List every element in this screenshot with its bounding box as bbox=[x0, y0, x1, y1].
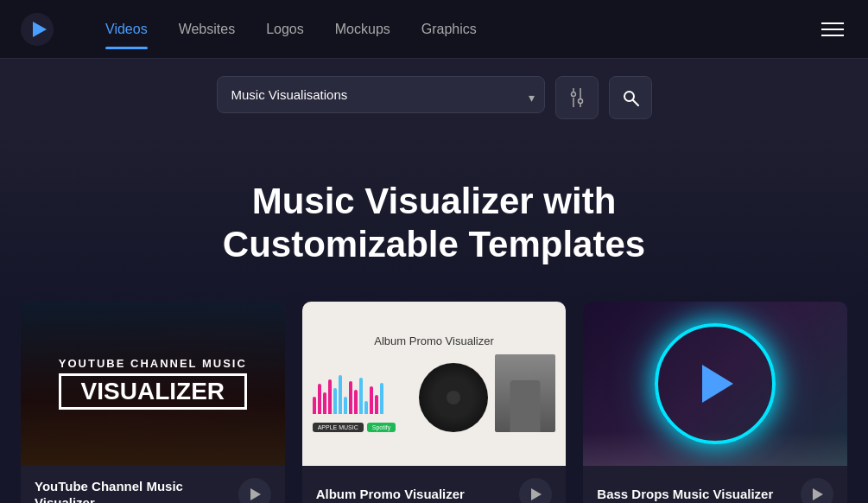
cards-grid: YouTube Channel Music VISUALIZER YouTube… bbox=[21, 302, 847, 503]
nav-item-videos[interactable]: Videos bbox=[105, 15, 148, 44]
card-3-thumbnail bbox=[583, 302, 847, 466]
category-select[interactable]: Music Visualisations bbox=[217, 76, 545, 113]
card-3-bottom: Bass Drops Music Visualizer bbox=[583, 466, 847, 503]
play-icon bbox=[531, 488, 542, 500]
card-1-title: YouTube Channel Music Visualizer bbox=[35, 478, 238, 503]
card-2-play-button[interactable] bbox=[519, 478, 552, 503]
streaming-badges: APPLE MUSIC Spotify bbox=[313, 423, 413, 432]
main-nav: Videos Websites Logos Mockups Graphics bbox=[105, 15, 818, 44]
waveform bbox=[313, 371, 413, 414]
svg-point-2 bbox=[571, 92, 575, 97]
apple-music-badge: APPLE MUSIC bbox=[313, 423, 364, 432]
album-cover bbox=[419, 363, 488, 432]
hero-title: Music Visualizer with Customizable Templ… bbox=[132, 180, 737, 267]
card-3-title: Bass Drops Music Visualizer bbox=[597, 486, 773, 503]
card-1-thumbnail: YouTube Channel Music VISUALIZER bbox=[21, 302, 285, 466]
nav-item-logos[interactable]: Logos bbox=[266, 15, 304, 44]
bass-play-icon bbox=[702, 365, 733, 403]
hamburger-menu[interactable] bbox=[818, 19, 847, 40]
svg-point-3 bbox=[578, 99, 582, 104]
svg-line-9 bbox=[633, 100, 638, 105]
filter-button[interactable] bbox=[555, 76, 599, 119]
album-person bbox=[495, 354, 555, 432]
album-visual: APPLE MUSIC Spotify bbox=[313, 354, 556, 432]
card-1-main-label: VISUALIZER bbox=[59, 373, 247, 410]
category-select-wrapper: Music Visualisations ▾ bbox=[217, 76, 545, 119]
logo[interactable] bbox=[21, 13, 54, 46]
card-youtube-music[interactable]: YouTube Channel Music VISUALIZER YouTube… bbox=[21, 302, 285, 503]
card-1-play-button[interactable] bbox=[238, 478, 271, 503]
card-2-bottom: Album Promo Visualizer bbox=[302, 466, 567, 503]
card-1-top-label: YouTube Channel Music bbox=[59, 357, 247, 370]
card-2-title: Album Promo Visualizer bbox=[316, 486, 465, 503]
spotify-badge: Spotify bbox=[367, 423, 396, 432]
bass-circle bbox=[655, 323, 776, 444]
waveform-area: APPLE MUSIC Spotify bbox=[313, 371, 413, 432]
search-button[interactable] bbox=[609, 76, 652, 119]
card-1-bottom: YouTube Channel Music Visualizer bbox=[21, 466, 285, 503]
card-3-play-button[interactable] bbox=[801, 478, 833, 503]
play-icon bbox=[250, 488, 261, 500]
card-2-thumb-label: Album Promo Visualizer bbox=[374, 334, 493, 347]
nav-item-websites[interactable]: Websites bbox=[179, 15, 236, 44]
nav-item-mockups[interactable]: Mockups bbox=[335, 15, 390, 44]
nav-item-graphics[interactable]: Graphics bbox=[421, 15, 477, 44]
card-album-promo[interactable]: Album Promo Visualizer bbox=[302, 302, 567, 503]
play-icon bbox=[813, 488, 823, 500]
cards-section: YouTube Channel Music VISUALIZER YouTube… bbox=[0, 302, 868, 503]
hero-section: Music Visualizer with Customizable Templ… bbox=[0, 137, 868, 302]
header: Videos Websites Logos Mockups Graphics bbox=[0, 0, 868, 59]
search-bar-section: Music Visualisations ▾ bbox=[0, 59, 868, 137]
card-2-thumbnail: Album Promo Visualizer bbox=[302, 302, 567, 466]
card-1-thumb-text: YouTube Channel Music VISUALIZER bbox=[59, 357, 247, 410]
card-bass-drops[interactable]: Bass Drops Music Visualizer bbox=[583, 302, 847, 503]
